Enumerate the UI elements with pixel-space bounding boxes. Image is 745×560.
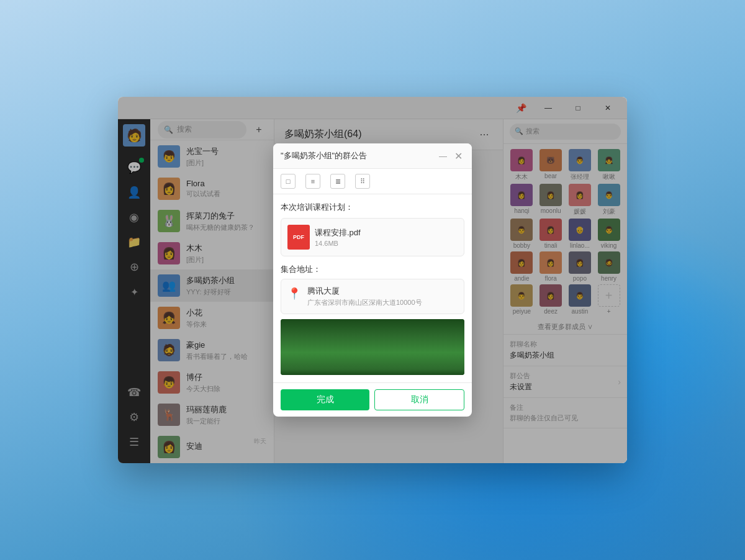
tool-btn-3[interactable]: ⠿ (355, 174, 370, 189)
address-card[interactable]: 📍 腾讯大厦 广东省深圳市南山区深南大道10000号 (281, 279, 464, 314)
modal-toolbar: □ ≡ ≣ ⠿ (273, 169, 472, 194)
building-image: 微信 (281, 319, 464, 375)
tool-btn-2[interactable]: ≣ (330, 174, 345, 189)
modal-footer: 完成 取消 (273, 382, 472, 417)
address-name: 腾讯大厦 (307, 286, 422, 297)
app-window: 📌 — □ ✕ 🧑 💬 👤 ◉ 📁 (118, 97, 627, 463)
pdf-icon: PDF (287, 225, 310, 250)
section1-title: 本次培训课程计划： (281, 202, 464, 213)
modal-title-bar: "多喝奶茶小组"的群公告 — ✕ (273, 143, 472, 169)
cancel-button[interactable]: 取消 (374, 389, 464, 410)
address-info: 腾讯大厦 广东省深圳市南山区深南大道10000号 (307, 286, 422, 307)
section2-title: 集合地址： (281, 264, 464, 275)
modal-body: 本次培训课程计划： PDF 课程安排.pdf 14.6MB 集合地址： 📍 腾讯… (273, 194, 472, 382)
confirm-button[interactable]: 完成 (281, 389, 369, 410)
tool-btn-1[interactable]: ≡ (305, 174, 320, 189)
modal-overlay: "多喝奶茶小组"的群公告 — ✕ □ ≡ ≣ ⠿ 本次培训课程计划： PDF 课… (118, 97, 627, 463)
pdf-size: 14.6MB (315, 240, 361, 247)
pdf-attachment[interactable]: PDF 课程安排.pdf 14.6MB (281, 218, 464, 256)
pdf-name: 课程安排.pdf (315, 227, 361, 238)
modal-title: "多喝奶茶小组"的群公告 (281, 150, 367, 161)
pdf-info: 课程安排.pdf 14.6MB (315, 227, 361, 247)
modal-close-button[interactable]: ✕ (452, 150, 464, 162)
group-announcement-modal: "多喝奶茶小组"的群公告 — ✕ □ ≡ ≣ ⠿ 本次培训课程计划： PDF 课… (273, 143, 472, 417)
modal-minimize-icon[interactable]: — (439, 151, 447, 161)
tool-btn-0[interactable]: □ (281, 174, 296, 189)
location-icon: 📍 (287, 287, 302, 302)
address-section: 集合地址： 📍 腾讯大厦 广东省深圳市南山区深南大道10000号 (281, 264, 464, 314)
address-detail: 广东省深圳市南山区深南大道10000号 (307, 298, 422, 307)
